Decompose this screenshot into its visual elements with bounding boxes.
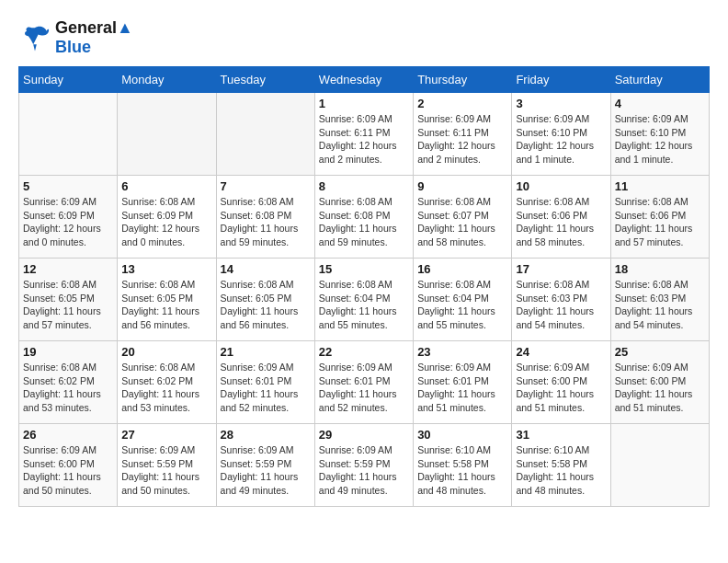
calendar-cell: 17Sunrise: 6:08 AM Sunset: 6:03 PM Dayli…	[512, 259, 610, 341]
calendar-cell: 28Sunrise: 6:09 AM Sunset: 5:59 PM Dayli…	[216, 424, 314, 507]
calendar-cell: 6Sunrise: 6:08 AM Sunset: 6:09 PM Daylig…	[118, 176, 216, 259]
calendar-cell: 1Sunrise: 6:09 AM Sunset: 6:11 PM Daylig…	[314, 93, 413, 176]
calendar-cell: 21Sunrise: 6:09 AM Sunset: 6:01 PM Dayli…	[216, 341, 314, 424]
calendar-cell: 2Sunrise: 6:09 AM Sunset: 6:11 PM Daylig…	[414, 93, 512, 176]
week-row-1: 1Sunrise: 6:09 AM Sunset: 6:11 PM Daylig…	[19, 93, 710, 176]
week-row-4: 19Sunrise: 6:08 AM Sunset: 6:02 PM Dayli…	[19, 341, 710, 424]
day-info: Sunrise: 6:08 AM Sunset: 6:04 PM Dayligh…	[417, 278, 507, 332]
day-info: Sunrise: 6:09 AM Sunset: 6:01 PM Dayligh…	[417, 361, 507, 415]
calendar-cell: 30Sunrise: 6:10 AM Sunset: 5:58 PM Dayli…	[414, 424, 512, 507]
day-info: Sunrise: 6:09 AM Sunset: 5:59 PM Dayligh…	[319, 443, 409, 498]
day-info: Sunrise: 6:10 AM Sunset: 5:58 PM Dayligh…	[417, 443, 507, 498]
calendar-cell: 24Sunrise: 6:09 AM Sunset: 6:00 PM Dayli…	[512, 341, 610, 424]
calendar-cell: 27Sunrise: 6:09 AM Sunset: 5:59 PM Dayli…	[118, 424, 216, 507]
calendar-cell	[118, 93, 216, 176]
day-number: 23	[417, 345, 507, 359]
day-info: Sunrise: 6:09 AM Sunset: 5:59 PM Dayligh…	[121, 443, 211, 498]
day-number: 26	[23, 428, 113, 442]
calendar-cell: 18Sunrise: 6:08 AM Sunset: 6:03 PM Dayli…	[610, 259, 709, 341]
calendar-cell: 9Sunrise: 6:08 AM Sunset: 6:07 PM Daylig…	[414, 176, 512, 259]
day-info: Sunrise: 6:08 AM Sunset: 6:08 PM Dayligh…	[221, 195, 311, 249]
day-info: Sunrise: 6:08 AM Sunset: 6:03 PM Dayligh…	[615, 278, 705, 332]
day-number: 10	[516, 179, 606, 193]
day-info: Sunrise: 6:09 AM Sunset: 6:10 PM Dayligh…	[516, 112, 606, 167]
day-number: 4	[615, 97, 705, 110]
calendar-cell	[19, 93, 118, 176]
calendar-cell: 25Sunrise: 6:09 AM Sunset: 6:00 PM Dayli…	[610, 341, 709, 424]
calendar-cell: 29Sunrise: 6:09 AM Sunset: 5:59 PM Dayli…	[314, 424, 413, 507]
day-info: Sunrise: 6:09 AM Sunset: 5:59 PM Dayligh…	[221, 443, 311, 498]
calendar-table: SundayMondayTuesdayWednesdayThursdayFrid…	[18, 66, 710, 507]
day-info: Sunrise: 6:09 AM Sunset: 6:00 PM Dayligh…	[23, 443, 113, 498]
calendar-cell: 14Sunrise: 6:08 AM Sunset: 6:05 PM Dayli…	[216, 259, 314, 341]
day-number: 11	[615, 179, 705, 193]
day-number: 7	[221, 179, 311, 193]
header-monday: Monday	[118, 67, 216, 93]
calendar-cell: 20Sunrise: 6:08 AM Sunset: 6:02 PM Dayli…	[118, 341, 216, 424]
calendar-cell: 4Sunrise: 6:09 AM Sunset: 6:10 PM Daylig…	[610, 93, 709, 176]
day-info: Sunrise: 6:09 AM Sunset: 6:10 PM Dayligh…	[615, 112, 705, 167]
calendar-cell: 16Sunrise: 6:08 AM Sunset: 6:04 PM Dayli…	[414, 259, 512, 341]
day-number: 16	[417, 262, 507, 276]
day-number: 6	[121, 179, 211, 193]
day-number: 9	[417, 179, 507, 193]
day-info: Sunrise: 6:09 AM Sunset: 6:09 PM Dayligh…	[23, 195, 113, 249]
calendar-cell	[216, 93, 314, 176]
calendar-cell: 11Sunrise: 6:08 AM Sunset: 6:06 PM Dayli…	[610, 176, 709, 259]
calendar-cell: 13Sunrise: 6:08 AM Sunset: 6:05 PM Dayli…	[118, 259, 216, 341]
calendar-cell: 7Sunrise: 6:08 AM Sunset: 6:08 PM Daylig…	[216, 176, 314, 259]
calendar-cell: 3Sunrise: 6:09 AM Sunset: 6:10 PM Daylig…	[512, 93, 610, 176]
day-info: Sunrise: 6:09 AM Sunset: 6:11 PM Dayligh…	[417, 112, 507, 167]
day-info: Sunrise: 6:08 AM Sunset: 6:07 PM Dayligh…	[417, 195, 507, 249]
day-number: 30	[417, 428, 507, 442]
day-number: 19	[23, 345, 113, 359]
calendar-cell: 8Sunrise: 6:08 AM Sunset: 6:08 PM Daylig…	[314, 176, 413, 259]
day-info: Sunrise: 6:09 AM Sunset: 6:00 PM Dayligh…	[516, 361, 606, 415]
calendar-cell: 26Sunrise: 6:09 AM Sunset: 6:00 PM Dayli…	[19, 424, 118, 507]
day-info: Sunrise: 6:08 AM Sunset: 6:09 PM Dayligh…	[121, 195, 211, 249]
logo-icon	[18, 21, 51, 54]
calendar-cell: 5Sunrise: 6:09 AM Sunset: 6:09 PM Daylig…	[19, 176, 118, 259]
calendar-header-row: SundayMondayTuesdayWednesdayThursdayFrid…	[19, 67, 710, 93]
week-row-5: 26Sunrise: 6:09 AM Sunset: 6:00 PM Dayli…	[19, 424, 710, 507]
header-wednesday: Wednesday	[314, 67, 413, 93]
day-info: Sunrise: 6:08 AM Sunset: 6:05 PM Dayligh…	[221, 278, 311, 332]
calendar-cell	[610, 424, 709, 507]
day-number: 15	[319, 262, 409, 276]
day-number: 1	[319, 97, 409, 110]
header-friday: Friday	[512, 67, 610, 93]
day-number: 20	[121, 345, 211, 359]
header-sunday: Sunday	[19, 67, 118, 93]
calendar-cell: 23Sunrise: 6:09 AM Sunset: 6:01 PM Dayli…	[414, 341, 512, 424]
day-number: 12	[23, 262, 113, 276]
day-number: 2	[417, 97, 507, 110]
calendar-cell: 12Sunrise: 6:08 AM Sunset: 6:05 PM Dayli…	[19, 259, 118, 341]
header-tuesday: Tuesday	[216, 67, 314, 93]
day-info: Sunrise: 6:10 AM Sunset: 5:58 PM Dayligh…	[516, 443, 606, 498]
day-info: Sunrise: 6:08 AM Sunset: 6:03 PM Dayligh…	[516, 278, 606, 332]
day-number: 14	[221, 262, 311, 276]
day-info: Sunrise: 6:08 AM Sunset: 6:05 PM Dayligh…	[121, 278, 211, 332]
calendar-cell: 31Sunrise: 6:10 AM Sunset: 5:58 PM Dayli…	[512, 424, 610, 507]
page-header: General▲ Blue	[18, 18, 710, 57]
day-number: 25	[615, 345, 705, 359]
header-saturday: Saturday	[610, 67, 709, 93]
logo: General▲ Blue	[18, 18, 133, 57]
day-number: 13	[121, 262, 211, 276]
day-number: 17	[516, 262, 606, 276]
day-info: Sunrise: 6:08 AM Sunset: 6:02 PM Dayligh…	[121, 361, 211, 415]
week-row-2: 5Sunrise: 6:09 AM Sunset: 6:09 PM Daylig…	[19, 176, 710, 259]
day-number: 27	[121, 428, 211, 442]
day-info: Sunrise: 6:08 AM Sunset: 6:04 PM Dayligh…	[319, 278, 409, 332]
header-thursday: Thursday	[414, 67, 512, 93]
logo-text: General▲ Blue	[55, 18, 133, 57]
day-number: 18	[615, 262, 705, 276]
day-info: Sunrise: 6:09 AM Sunset: 6:01 PM Dayligh…	[319, 361, 409, 415]
day-number: 31	[516, 428, 606, 442]
day-number: 28	[221, 428, 311, 442]
day-info: Sunrise: 6:08 AM Sunset: 6:05 PM Dayligh…	[23, 278, 113, 332]
day-info: Sunrise: 6:09 AM Sunset: 6:00 PM Dayligh…	[615, 361, 705, 415]
day-info: Sunrise: 6:08 AM Sunset: 6:02 PM Dayligh…	[23, 361, 113, 415]
day-info: Sunrise: 6:09 AM Sunset: 6:11 PM Dayligh…	[319, 112, 409, 167]
day-number: 29	[319, 428, 409, 442]
